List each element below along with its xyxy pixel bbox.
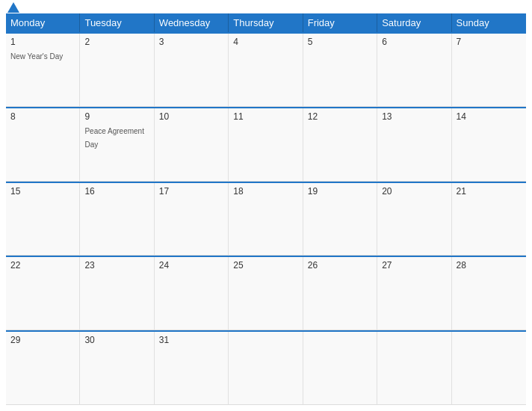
cell-date: 11 (233, 111, 297, 122)
calendar-cell (229, 332, 303, 404)
cell-date: 31 (159, 335, 223, 345)
calendar-cell: 26 (303, 257, 377, 330)
calendar-cell: 8 (6, 108, 80, 181)
calendar-cell: 4 (229, 34, 303, 106)
cell-date: 14 (457, 111, 522, 122)
calendar-cell: 3 (155, 34, 229, 106)
calendar-cell: 21 (452, 183, 526, 256)
cell-date: 30 (84, 335, 149, 345)
cell-event: Peace Agreement Day (84, 127, 144, 149)
week-row-2: 89Peace Agreement Day1011121314 (6, 107, 526, 182)
cell-date: 27 (382, 260, 446, 271)
calendar-cell: 2 (80, 34, 154, 106)
calendar-cell: 7 (452, 34, 526, 106)
cell-date: 4 (233, 37, 297, 47)
cell-date: 2 (84, 37, 149, 47)
day-header-saturday: Saturday (377, 13, 451, 32)
calendar-cell: 10 (155, 108, 229, 181)
cell-date: 10 (159, 111, 223, 122)
cell-date: 3 (159, 37, 223, 47)
week-row-3: 15161718192021 (6, 182, 526, 256)
calendar-cell: 20 (377, 183, 451, 256)
cell-date: 19 (308, 186, 372, 197)
calendar-cell (303, 332, 377, 404)
week-row-5: 293031 (6, 330, 526, 405)
logo-triangle-icon (7, 2, 19, 13)
logo (6, 2, 19, 13)
cell-date: 25 (233, 260, 297, 271)
day-header-sunday: Sunday (452, 13, 526, 32)
day-header-tuesday: Tuesday (80, 13, 154, 32)
calendar-cell (377, 332, 451, 404)
week-row-1: 1New Year's Day234567 (6, 32, 526, 107)
cell-date: 8 (10, 111, 75, 122)
calendar-container: MondayTuesdayWednesdayThursdayFridaySatu… (0, 0, 532, 411)
cell-date: 23 (84, 260, 149, 271)
day-header-monday: Monday (6, 13, 80, 32)
calendar-cell: 19 (303, 183, 377, 256)
calendar-cell: 13 (377, 108, 451, 181)
calendar-cell: 25 (229, 257, 303, 330)
cell-date: 5 (308, 37, 372, 47)
cell-date: 16 (84, 186, 149, 197)
calendar-cell: 30 (80, 332, 154, 404)
calendar-cell: 27 (377, 257, 451, 330)
calendar-cell: 6 (377, 34, 451, 106)
calendar-cell: 22 (6, 257, 80, 330)
calendar-grid: 1New Year's Day23456789Peace Agreement D… (6, 32, 526, 405)
days-header: MondayTuesdayWednesdayThursdayFridaySatu… (6, 13, 526, 32)
calendar-cell: 11 (229, 108, 303, 181)
cell-date: 13 (382, 111, 446, 122)
cell-date: 20 (382, 186, 446, 197)
calendar-cell: 5 (303, 34, 377, 106)
week-row-4: 22232425262728 (6, 256, 526, 330)
calendar-cell: 14 (452, 108, 526, 181)
cell-date: 1 (10, 37, 75, 47)
cell-date: 26 (308, 260, 372, 271)
calendar-cell (452, 332, 526, 404)
day-header-thursday: Thursday (229, 13, 303, 32)
cell-date: 17 (159, 186, 223, 197)
calendar-cell: 29 (6, 332, 80, 404)
calendar-cell: 24 (155, 257, 229, 330)
calendar-cell: 1New Year's Day (6, 34, 80, 106)
calendar-cell: 23 (80, 257, 154, 330)
cell-date: 15 (10, 186, 75, 197)
day-header-friday: Friday (303, 13, 377, 32)
cell-date: 24 (159, 260, 223, 271)
calendar-cell: 17 (155, 183, 229, 256)
cell-date: 6 (382, 37, 446, 47)
cell-date: 28 (457, 260, 522, 271)
calendar-cell: 9Peace Agreement Day (80, 108, 154, 181)
logo-blue-text (6, 2, 19, 13)
cell-date: 29 (10, 335, 75, 345)
cell-date: 9 (84, 111, 149, 122)
cell-date: 18 (233, 186, 297, 197)
calendar-cell: 18 (229, 183, 303, 256)
calendar-cell: 31 (155, 332, 229, 404)
calendar-cell: 28 (452, 257, 526, 330)
calendar-cell: 16 (80, 183, 154, 256)
cell-date: 22 (10, 260, 75, 271)
cell-date: 21 (457, 186, 522, 197)
cell-date: 7 (457, 37, 522, 47)
calendar-cell: 12 (303, 108, 377, 181)
day-header-wednesday: Wednesday (155, 13, 229, 32)
cell-date: 12 (308, 111, 372, 122)
cell-event: New Year's Day (10, 52, 63, 61)
calendar-cell: 15 (6, 183, 80, 256)
